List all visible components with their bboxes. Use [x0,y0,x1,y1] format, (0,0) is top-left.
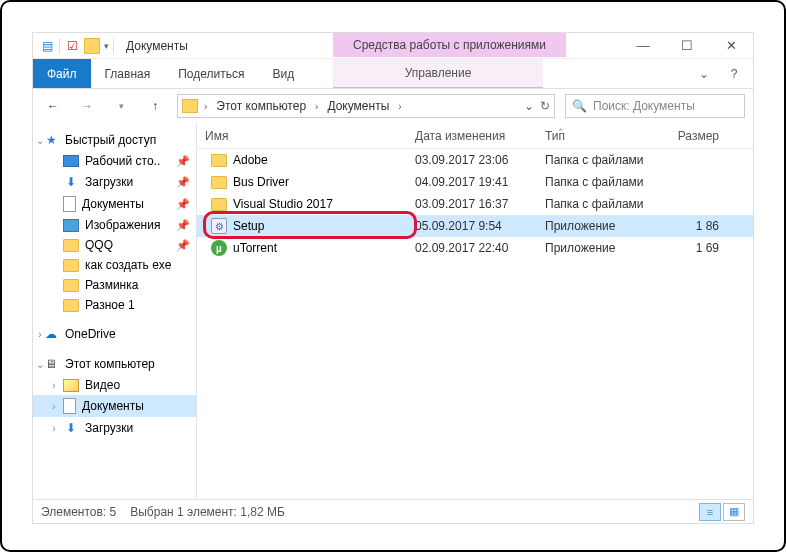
file-row[interactable]: ⚙Setup05.09.2017 9:54Приложение1 86 [197,215,753,237]
chevron-right-icon[interactable]: › [396,101,403,112]
file-row[interactable]: Visual Studio 201703.09.2017 16:37Папка … [197,193,753,215]
address-bar[interactable]: › Этот компьютер › Документы › ⌄ ↻ [177,94,555,118]
sidebar-item-label: Изображения [85,218,160,232]
ribbon-tabs: Файл Главная Поделиться Вид Управление ⌄… [33,59,753,89]
file-type: Приложение [537,219,657,233]
maximize-button[interactable]: ☐ [665,33,709,59]
recent-dropdown[interactable]: ▾ [109,94,133,118]
column-size[interactable]: Размер [657,129,727,143]
close-button[interactable]: ✕ [709,33,753,59]
column-name[interactable]: Имя⌃ [197,129,407,143]
back-button[interactable]: ← [41,94,65,118]
file-date: 03.09.2017 16:37 [407,197,537,211]
sidebar-quick-access[interactable]: ⌄ ★ Быстрый доступ [33,129,196,151]
window-title: Документы [126,39,188,53]
sidebar-item-label: Документы [82,197,144,211]
file-name: Setup [233,219,264,233]
expander-icon[interactable]: ⌄ [35,135,45,146]
folder-icon [211,198,227,211]
title-bar: ▤ ☑ ▾ Документы Средства работы с прилож… [33,33,753,59]
address-dropdown-icon[interactable]: ⌄ [524,99,534,113]
folder-icon [63,239,79,252]
utorrent-icon: µ [211,240,227,256]
expander-icon[interactable]: › [49,401,59,412]
sidebar-item-label: Документы [82,399,144,413]
sidebar-item[interactable]: ›Видео [33,375,196,395]
sidebar-item[interactable]: Рабочий сто..📌 [33,151,196,171]
file-row[interactable]: µuTorrent02.09.2017 22:40Приложение1 69 [197,237,753,259]
expander-icon[interactable]: › [35,329,45,340]
search-input[interactable]: 🔍 Поиск: Документы [565,94,745,118]
file-row[interactable]: Bus Driver04.09.2017 19:41Папка с файлам… [197,171,753,193]
sidebar-item-label: Видео [85,378,120,392]
tab-view[interactable]: Вид [258,59,308,88]
pin-icon: 📌 [176,176,190,189]
status-count: Элементов: 5 [41,505,116,519]
column-type[interactable]: Тип [537,129,657,143]
downloads-icon: ⬇ [63,174,79,190]
sidebar-this-pc[interactable]: ⌄ 🖥 Этот компьютер [33,353,196,375]
qat-dropdown-icon[interactable]: ▾ [104,41,109,51]
view-icons-button[interactable]: ▦ [723,503,745,521]
file-date: 05.09.2017 9:54 [407,219,537,233]
search-placeholder: Поиск: Документы [593,99,695,113]
file-tab[interactable]: Файл [33,59,91,88]
breadcrumb-pc[interactable]: Этот компьютер [213,99,309,113]
tab-home[interactable]: Главная [91,59,165,88]
folder-icon [211,176,227,189]
status-bar: Элементов: 5 Выбран 1 элемент: 1,82 МБ ≡… [33,499,753,523]
sidebar-item[interactable]: Разминка [33,275,196,295]
folder-icon [63,299,79,312]
file-row[interactable]: Adobe03.09.2017 23:06Папка с файлами [197,149,753,171]
sidebar-item[interactable]: Разное 1 [33,295,196,315]
column-date[interactable]: Дата изменения [407,129,537,143]
forward-button[interactable]: → [75,94,99,118]
pin-icon: 📌 [176,219,190,232]
sidebar-onedrive[interactable]: › ☁ OneDrive [33,323,196,345]
refresh-icon[interactable]: ↻ [540,99,550,113]
view-details-button[interactable]: ≡ [699,503,721,521]
qat-check-icon[interactable]: ☑ [64,38,80,54]
document-icon [63,398,76,414]
sidebar-item[interactable]: QQQ📌 [33,235,196,255]
breadcrumb-docs[interactable]: Документы [324,99,392,113]
search-icon: 🔍 [572,99,587,113]
sidebar-item[interactable]: ⬇Загрузки📌 [33,171,196,193]
sidebar-item-label: Загрузки [85,421,133,435]
chevron-right-icon[interactable]: › [313,101,320,112]
sidebar-item[interactable]: ›Документы [33,395,196,417]
minimize-button[interactable]: — [621,33,665,59]
sidebar-label: Быстрый доступ [65,133,156,147]
ribbon-expand-icon[interactable]: ⌄ [693,67,715,81]
status-selection: Выбран 1 элемент: 1,82 МБ [130,505,285,519]
sort-indicator-icon: ⌃ [557,127,565,137]
expander-icon[interactable]: › [49,423,59,434]
images-icon [63,219,79,232]
sidebar-item-label: Рабочий сто.. [85,154,160,168]
sidebar-item[interactable]: Изображения📌 [33,215,196,235]
expander-icon[interactable]: ⌄ [35,359,45,370]
chevron-right-icon[interactable]: › [202,101,209,112]
expander-icon[interactable]: › [49,380,59,391]
sidebar-item[interactable]: Документы📌 [33,193,196,215]
sidebar-item-label: как создать exe [85,258,172,272]
tab-share[interactable]: Поделиться [164,59,258,88]
help-icon[interactable]: ? [723,67,745,81]
file-list: Имя⌃ Дата изменения Тип Размер Adobe03.0… [197,123,753,499]
sidebar-item-label: Загрузки [85,175,133,189]
navigation-pane[interactable]: ⌄ ★ Быстрый доступ Рабочий сто..📌⬇Загруз… [33,123,197,499]
up-button[interactable]: ↑ [143,94,167,118]
pin-icon: 📌 [176,155,190,168]
file-name: Adobe [233,153,268,167]
context-tab[interactable]: Средства работы с приложениями [333,33,566,57]
sidebar-item[interactable]: ›⬇Загрузки [33,417,196,439]
column-headers[interactable]: Имя⌃ Дата изменения Тип Размер [197,123,753,149]
video-icon [63,379,79,392]
file-type: Приложение [537,241,657,255]
sidebar-item[interactable]: как создать exe [33,255,196,275]
file-size: 1 86 [657,219,727,233]
folder-icon [182,99,198,113]
qat-folder-icon[interactable] [84,38,100,54]
properties-icon[interactable]: ▤ [39,38,55,54]
context-subtab[interactable]: Управление [333,59,543,88]
